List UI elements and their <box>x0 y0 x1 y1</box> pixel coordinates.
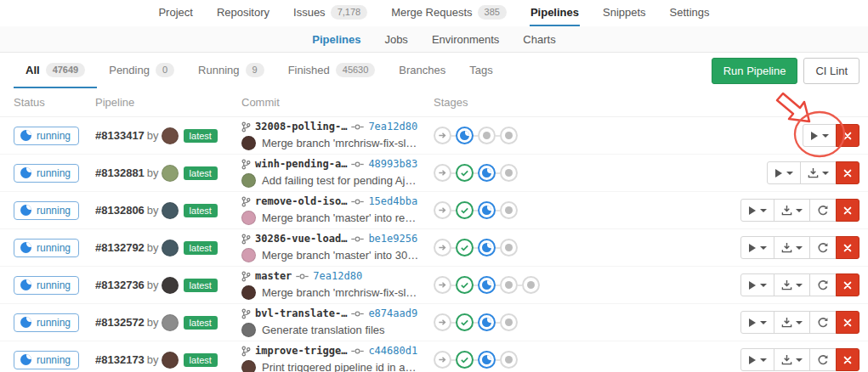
committer-avatar[interactable] <box>241 285 256 300</box>
cancel-button[interactable] <box>836 199 859 222</box>
committer-avatar[interactable] <box>241 136 256 150</box>
branch-link[interactable]: improve-trigge… <box>255 345 347 357</box>
status-badge[interactable]: running <box>14 313 79 332</box>
commit-sha-link[interactable]: e874aad9 <box>368 307 417 319</box>
status-badge[interactable]: running <box>14 164 79 183</box>
stage-skipped-icon[interactable] <box>434 164 451 182</box>
stage-success-icon[interactable] <box>456 164 474 182</box>
status-badge[interactable]: running <box>14 127 79 145</box>
play-dropdown-button[interactable] <box>803 124 837 147</box>
tab-branches[interactable]: Branches <box>387 53 457 88</box>
commit-sha-link[interactable]: 48993b83 <box>368 158 417 170</box>
author-avatar[interactable] <box>162 165 179 182</box>
retry-button[interactable] <box>809 236 837 259</box>
artifacts-dropdown-button[interactable] <box>774 236 810 259</box>
pipeline-link[interactable]: #8133417 <box>95 129 145 142</box>
stage-success-icon[interactable] <box>456 201 474 219</box>
play-dropdown-button[interactable] <box>740 311 774 334</box>
artifacts-dropdown-button[interactable] <box>774 273 810 296</box>
nav-item-snippets[interactable]: Snippets <box>602 0 647 26</box>
stage-running-icon[interactable] <box>478 313 496 331</box>
stage-skipped-icon[interactable] <box>434 351 451 369</box>
committer-avatar[interactable] <box>241 211 256 225</box>
pipeline-link[interactable]: #8132572 <box>95 316 145 329</box>
stage-created-icon[interactable] <box>500 276 518 294</box>
play-dropdown-button[interactable] <box>767 161 801 184</box>
tab-finished[interactable]: Finished45630 <box>276 53 388 88</box>
stage-created-icon[interactable] <box>500 127 518 144</box>
subnav-item-pipelines[interactable]: Pipelines <box>311 26 361 52</box>
tab-tags[interactable]: Tags <box>457 53 504 88</box>
nav-item-merge-requests[interactable]: Merge Requests385 <box>390 0 508 26</box>
stage-created-icon[interactable] <box>500 164 518 182</box>
stage-running-icon[interactable] <box>478 276 496 294</box>
author-avatar[interactable] <box>162 277 179 294</box>
subnav-item-charts[interactable]: Charts <box>522 26 556 52</box>
tab-pending[interactable]: Pending0 <box>97 53 186 88</box>
nav-item-settings[interactable]: Settings <box>669 0 711 26</box>
stage-skipped-icon[interactable] <box>434 239 451 256</box>
stage-created-icon[interactable] <box>500 313 518 331</box>
play-dropdown-button[interactable] <box>740 273 774 296</box>
retry-button[interactable] <box>809 348 837 371</box>
stage-skipped-icon[interactable] <box>434 127 451 144</box>
branch-link[interactable]: remove-old-iso… <box>255 195 347 207</box>
committer-avatar[interactable] <box>241 248 256 262</box>
artifacts-dropdown-button[interactable] <box>774 348 810 371</box>
stage-running-icon[interactable] <box>478 164 496 182</box>
branch-link[interactable]: master <box>255 270 292 282</box>
stage-skipped-icon[interactable] <box>434 276 451 294</box>
stage-skipped-icon[interactable] <box>434 313 451 331</box>
branch-link[interactable]: bvl-translate-… <box>255 307 347 319</box>
pipeline-link[interactable]: #8132736 <box>95 279 145 291</box>
status-badge[interactable]: running <box>14 276 79 295</box>
cancel-button[interactable] <box>836 161 859 184</box>
committer-avatar[interactable] <box>241 173 256 188</box>
artifacts-dropdown-button[interactable] <box>774 199 810 222</box>
stage-success-icon[interactable] <box>456 313 474 331</box>
cancel-button[interactable] <box>836 236 859 259</box>
run-pipeline-button[interactable]: Run Pipeline <box>712 58 798 84</box>
stage-created-icon[interactable] <box>478 127 496 144</box>
play-dropdown-button[interactable] <box>740 236 774 259</box>
branch-link[interactable]: winh-pending-a… <box>255 158 347 170</box>
pipeline-link[interactable]: #8132173 <box>95 353 145 366</box>
retry-button[interactable] <box>809 311 837 334</box>
commit-sha-link[interactable]: 7ea12d80 <box>368 121 417 132</box>
tab-all[interactable]: All47649 <box>14 53 97 88</box>
retry-button[interactable] <box>809 199 837 222</box>
tab-running[interactable]: Running9 <box>186 53 276 88</box>
stage-success-icon[interactable] <box>456 351 474 369</box>
subnav-item-jobs[interactable]: Jobs <box>383 26 408 52</box>
cancel-button[interactable] <box>836 124 859 147</box>
artifacts-dropdown-button[interactable] <box>774 311 810 334</box>
nav-item-issues[interactable]: Issues7,178 <box>292 0 368 26</box>
stage-created-icon[interactable] <box>522 276 540 294</box>
commit-sha-link[interactable]: be1e9256 <box>368 233 417 245</box>
author-avatar[interactable] <box>162 202 179 219</box>
branch-link[interactable]: 32008-polling-… <box>255 121 347 132</box>
stage-success-icon[interactable] <box>456 239 474 256</box>
retry-button[interactable] <box>809 273 837 296</box>
stage-created-icon[interactable] <box>500 239 518 256</box>
ci-lint-button[interactable]: CI Lint <box>803 58 859 84</box>
nav-item-repository[interactable]: Repository <box>216 0 270 26</box>
nav-item-pipelines[interactable]: Pipelines <box>530 0 580 26</box>
author-avatar[interactable] <box>162 352 179 369</box>
stage-running-icon[interactable] <box>478 201 496 219</box>
commit-sha-link[interactable]: c44680d1 <box>368 345 417 357</box>
play-dropdown-button[interactable] <box>740 199 774 222</box>
status-badge[interactable]: running <box>14 351 79 369</box>
author-avatar[interactable] <box>162 240 179 256</box>
play-dropdown-button[interactable] <box>740 348 774 371</box>
nav-item-project[interactable]: Project <box>157 0 193 26</box>
commit-sha-link[interactable]: 15ed4bba <box>368 195 417 207</box>
stage-created-icon[interactable] <box>500 351 518 369</box>
status-badge[interactable]: running <box>14 201 79 220</box>
cancel-button[interactable] <box>836 348 859 371</box>
author-avatar[interactable] <box>162 127 179 144</box>
committer-avatar[interactable] <box>241 323 256 337</box>
stage-created-icon[interactable] <box>500 201 518 219</box>
status-badge[interactable]: running <box>14 239 79 257</box>
artifacts-dropdown-button[interactable] <box>800 161 837 184</box>
